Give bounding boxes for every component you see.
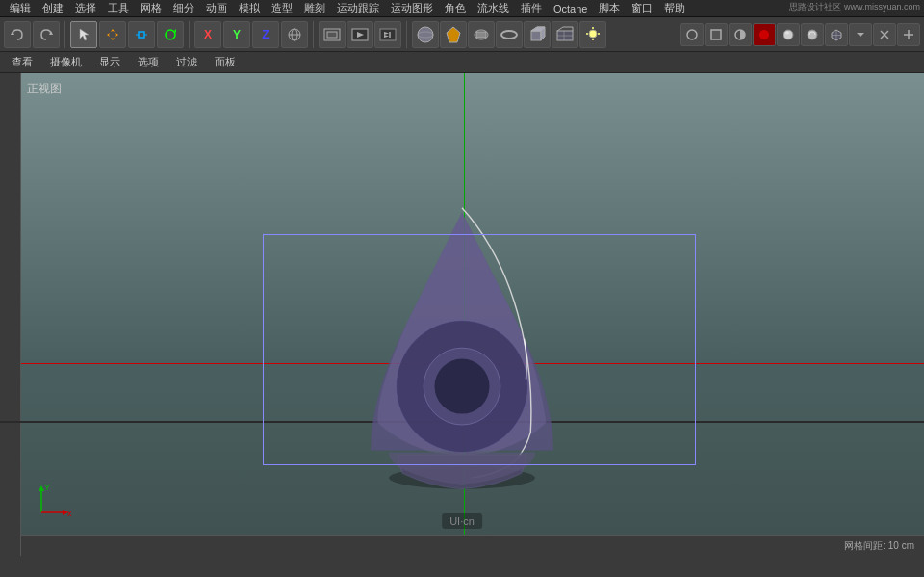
bottom-ruler: 网格间距: 10 cm <box>21 535 924 556</box>
svg-point-38 <box>687 30 697 39</box>
grid-button[interactable] <box>552 21 578 48</box>
move-icon <box>105 27 120 42</box>
svg-point-17 <box>418 27 433 42</box>
svg-marker-48 <box>857 33 864 37</box>
right-toolbar <box>680 23 920 46</box>
rotate-tool-button[interactable] <box>157 21 184 48</box>
menu-simulate[interactable]: 模拟 <box>233 1 266 15</box>
menu-pipeline[interactable]: 流水线 <box>472 1 515 15</box>
grid3d-button[interactable] <box>825 23 848 46</box>
plus-icon <box>902 28 915 41</box>
svg-rect-39 <box>711 30 721 39</box>
display-square-icon <box>709 28 723 41</box>
3d-object-container <box>289 139 635 505</box>
menu-tools[interactable]: 工具 <box>102 1 135 15</box>
menu-window[interactable]: 窗口 <box>626 1 658 15</box>
menu-mesh[interactable]: 网格 <box>135 1 167 15</box>
sphere-icon <box>416 25 435 44</box>
z-axis-button[interactable]: Z <box>252 21 279 48</box>
undo-icon <box>10 27 25 42</box>
menu-select[interactable]: 选择 <box>69 1 102 15</box>
cursor-icon <box>76 27 91 42</box>
cube-button[interactable] <box>524 21 551 48</box>
ball1-button[interactable] <box>777 23 800 46</box>
light-button[interactable] <box>579 21 606 48</box>
grid-scale-label: 网格间距: 10 cm <box>844 539 914 553</box>
render-all-icon <box>379 28 397 41</box>
redo-icon <box>38 27 54 42</box>
cube-icon <box>527 25 547 44</box>
render-all-button[interactable] <box>374 21 401 48</box>
display-circle-button[interactable] <box>680 23 704 46</box>
view-tab-filter[interactable]: 过滤 <box>168 52 205 72</box>
x-axis-button[interactable]: X <box>194 21 221 48</box>
menu-character[interactable]: 角色 <box>439 1 472 15</box>
viewport[interactable]: 正视图 <box>0 73 924 556</box>
svg-rect-20 <box>476 32 486 38</box>
bottom-center-label: UI·cn <box>442 513 482 529</box>
svg-rect-23 <box>531 31 541 40</box>
svg-rect-13 <box>380 29 396 40</box>
svg-rect-2 <box>139 32 144 38</box>
plus-button[interactable] <box>897 23 920 46</box>
svg-text:Y: Y <box>44 483 50 492</box>
menu-sculpt[interactable]: 造型 <box>266 1 298 15</box>
display-half-button[interactable] <box>729 23 752 46</box>
render-icon <box>351 28 369 41</box>
menu-sculpt2[interactable]: 雕刻 <box>298 1 331 15</box>
menu-subdivide[interactable]: 细分 <box>167 1 200 15</box>
undo-button[interactable] <box>4 21 31 48</box>
arrow-down-button[interactable] <box>849 23 872 46</box>
menu-plugins[interactable]: 插件 <box>515 1 548 15</box>
display-half-icon <box>733 28 747 41</box>
sphere-button[interactable] <box>412 21 439 48</box>
scale-icon <box>134 27 149 42</box>
menu-script[interactable]: 脚本 <box>593 1 626 15</box>
ball1-icon <box>782 28 795 41</box>
menu-bar: 编辑 创建 选择 工具 网格 细分 动画 模拟 造型 雕刻 运动跟踪 运动图形 … <box>0 0 924 17</box>
view-tab-view[interactable]: 查看 <box>4 52 40 72</box>
render-button[interactable] <box>346 21 373 48</box>
capsule-button[interactable] <box>468 21 495 48</box>
view-tab-display[interactable]: 显示 <box>91 52 128 72</box>
view-label: 正视图 <box>27 81 62 97</box>
world-button[interactable] <box>281 21 308 48</box>
svg-text:x: x <box>67 509 72 518</box>
svg-point-33 <box>589 30 597 38</box>
grid3d-icon <box>830 28 843 41</box>
rotate-icon <box>163 27 178 42</box>
record-icon <box>757 28 771 41</box>
scale-tool-button[interactable] <box>128 21 155 48</box>
view-tab-camera[interactable]: 摄像机 <box>42 52 90 72</box>
menu-edit[interactable]: 编辑 <box>4 1 37 15</box>
menu-animate[interactable]: 动画 <box>200 1 233 15</box>
view-tab-options[interactable]: 选项 <box>130 52 167 72</box>
display-square-button[interactable] <box>705 23 728 46</box>
close-button[interactable] <box>873 23 896 46</box>
torus-icon <box>500 25 519 44</box>
menu-help[interactable]: 帮助 <box>658 1 691 15</box>
close-icon <box>878 28 891 41</box>
menu-mograph[interactable]: 运动图形 <box>385 1 439 15</box>
svg-marker-19 <box>447 27 460 42</box>
redo-button[interactable] <box>33 21 60 48</box>
svg-point-5 <box>166 30 175 39</box>
menu-motion-track[interactable]: 运动跟踪 <box>331 1 385 15</box>
view-toolbar: 查看 摄像机 显示 选项 过滤 面板 <box>0 52 924 73</box>
ball2-button[interactable] <box>801 23 824 46</box>
gem-icon <box>444 25 463 44</box>
svg-rect-10 <box>327 32 337 38</box>
menu-create[interactable]: 创建 <box>37 1 69 15</box>
move-tool-button[interactable] <box>99 21 126 48</box>
menu-octane[interactable]: Octane <box>548 3 593 14</box>
view-tab-panel[interactable]: 面板 <box>207 52 244 72</box>
select-tool-button[interactable] <box>70 21 97 48</box>
3d-object-svg <box>289 139 635 505</box>
torus-button[interactable] <box>496 21 523 48</box>
capsule-icon <box>472 25 491 44</box>
record-button[interactable] <box>753 23 776 46</box>
gem-button[interactable] <box>440 21 467 48</box>
svg-point-43 <box>785 31 789 34</box>
y-axis-button[interactable]: Y <box>223 21 250 48</box>
render-region-button[interactable] <box>319 21 346 48</box>
